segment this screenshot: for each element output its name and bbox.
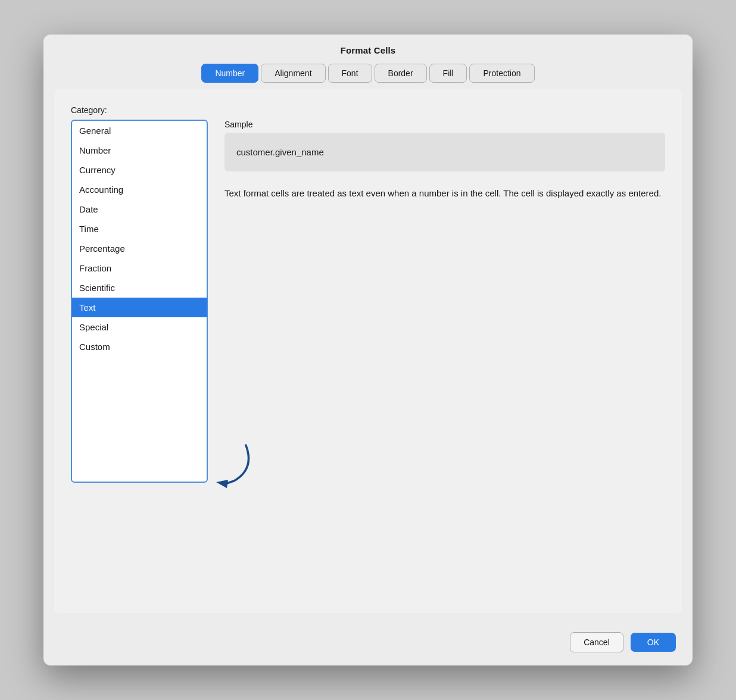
category-item-accounting[interactable]: Accounting: [72, 180, 207, 199]
tab-border[interactable]: Border: [375, 64, 427, 83]
category-item-special[interactable]: Special: [72, 317, 207, 337]
dialog-title: Format Cells: [43, 35, 693, 64]
sample-label: Sample: [224, 120, 665, 129]
tab-protection[interactable]: Protection: [469, 64, 534, 83]
category-item-custom[interactable]: Custom: [72, 337, 207, 357]
cancel-button[interactable]: Cancel: [570, 632, 623, 652]
ok-button[interactable]: OK: [631, 633, 676, 652]
sample-value: customer.given_name: [236, 147, 324, 157]
tab-number[interactable]: Number: [201, 64, 258, 83]
format-cells-dialog: Format Cells NumberAlignmentFontBorderFi…: [43, 35, 693, 665]
dialog-body: Category: GeneralNumberCurrencyAccountin…: [54, 89, 682, 613]
category-item-date[interactable]: Date: [72, 199, 207, 219]
category-item-number[interactable]: Number: [72, 140, 207, 160]
category-item-fraction[interactable]: Fraction: [72, 258, 207, 278]
svg-marker-0: [216, 480, 228, 488]
sample-box: customer.given_name: [224, 133, 665, 171]
description-text: Text format cells are treated as text ev…: [224, 187, 665, 201]
tab-font[interactable]: Font: [328, 64, 372, 83]
category-item-percentage[interactable]: Percentage: [72, 239, 207, 258]
tab-fill[interactable]: Fill: [429, 64, 467, 83]
tab-alignment[interactable]: Alignment: [261, 64, 325, 83]
category-item-text[interactable]: Text: [72, 298, 207, 317]
arrow-icon: [198, 439, 270, 493]
content-area: GeneralNumberCurrencyAccountingDateTimeP…: [71, 120, 665, 483]
dialog-footer: Cancel OK: [43, 624, 693, 665]
category-list: GeneralNumberCurrencyAccountingDateTimeP…: [71, 120, 208, 483]
category-item-scientific[interactable]: Scientific: [72, 278, 207, 298]
tabs-bar: NumberAlignmentFontBorderFillProtection: [43, 64, 693, 83]
category-item-currency[interactable]: Currency: [72, 160, 207, 180]
category-item-general[interactable]: General: [72, 121, 207, 140]
category-item-time[interactable]: Time: [72, 219, 207, 239]
category-label: Category:: [71, 105, 665, 115]
right-panel: Sample customer.given_name Text format c…: [224, 120, 665, 201]
